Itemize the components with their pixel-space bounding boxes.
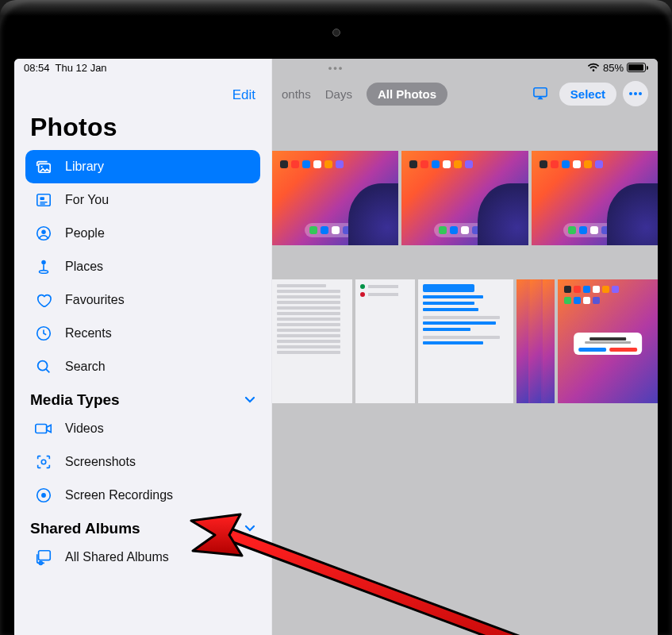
svg-point-19	[634, 92, 637, 95]
video-icon	[33, 421, 54, 436]
chevron-down-icon	[244, 394, 255, 406]
sidebar-item-label: Screenshots	[65, 455, 136, 469]
section-media-types[interactable]: Media Types	[30, 391, 255, 409]
sidebar-item-people[interactable]: People	[25, 217, 260, 250]
sidebar-item-videos[interactable]: Videos	[25, 412, 260, 445]
sidebar-item-label: Search	[65, 360, 106, 374]
status-date: Thu 12 Jan	[56, 62, 107, 74]
places-icon	[33, 258, 54, 275]
for-you-icon	[33, 192, 54, 208]
battery-pct: 85%	[603, 62, 624, 74]
section-shared-albums[interactable]: Shared Albums	[30, 520, 255, 537]
shared-albums-icon	[33, 548, 54, 566]
airplay-icon[interactable]	[528, 81, 553, 106]
photo-thumb[interactable]	[401, 151, 528, 245]
svg-point-20	[639, 92, 642, 95]
photo-thumb[interactable]	[418, 279, 513, 403]
section-label: Media Types	[30, 391, 120, 409]
svg-point-7	[40, 271, 48, 274]
seg-days[interactable]: Days	[325, 87, 352, 101]
sidebar-item-label: For You	[65, 193, 109, 207]
sidebar-item-for-you[interactable]: For You	[25, 183, 260, 217]
photo-grid-row2	[272, 279, 658, 403]
photo-thumb[interactable]	[272, 151, 398, 245]
svg-point-6	[41, 260, 46, 265]
search-icon	[33, 358, 54, 375]
photo-thumb[interactable]	[355, 279, 416, 403]
sidebar-item-label: Screen Recordings	[65, 488, 173, 502]
sidebar-item-label: Recents	[65, 326, 112, 341]
more-icon[interactable]	[623, 81, 648, 106]
svg-point-5	[41, 229, 46, 234]
svg-point-9	[38, 361, 48, 371]
multitask-dots-icon[interactable]: •••	[232, 62, 440, 74]
svg-point-11	[41, 460, 46, 464]
svg-point-18	[629, 92, 632, 95]
seg-all-photos[interactable]: All Photos	[367, 83, 447, 106]
main-content: onths Days All Photos Select	[272, 59, 658, 635]
screen: 08:54 Thu 12 Jan ••• 85% Edit Photos	[14, 59, 658, 635]
sidebar-item-label: All Shared Albums	[65, 550, 169, 564]
chevron-down-icon	[244, 522, 255, 535]
status-time: 08:54	[24, 62, 50, 74]
sidebar-title: Photos	[30, 113, 255, 142]
sidebar-item-label: People	[65, 226, 105, 241]
svg-point-1	[41, 166, 43, 167]
wifi-icon	[587, 63, 600, 72]
photo-thumb[interactable]	[532, 151, 658, 245]
sidebar-item-label: Videos	[65, 421, 104, 436]
seg-months[interactable]: onths	[282, 87, 311, 101]
toolbar: onths Days All Photos Select	[272, 81, 658, 106]
sidebar-item-screen-recordings[interactable]: Screen Recordings	[25, 479, 260, 512]
edit-button[interactable]: Edit	[232, 87, 255, 103]
svg-rect-17	[534, 88, 547, 97]
select-button[interactable]: Select	[559, 83, 616, 106]
svg-rect-14	[39, 551, 51, 560]
front-camera	[332, 29, 340, 37]
sidebar-item-library[interactable]: Library	[25, 150, 260, 183]
sidebar-item-label: Places	[65, 260, 103, 274]
section-label: Shared Albums	[30, 520, 140, 537]
library-icon	[33, 159, 54, 175]
sidebar-item-recents[interactable]: Recents	[25, 317, 260, 350]
sidebar-item-screenshots[interactable]: Screenshots	[25, 445, 260, 479]
view-segmented-control[interactable]: onths Days All Photos	[282, 83, 447, 106]
screenshot-icon	[33, 453, 54, 471]
sidebar-item-label: Favourites	[65, 293, 125, 307]
photo-thumb[interactable]	[272, 279, 352, 403]
heart-icon	[33, 292, 54, 308]
photo-grid	[272, 151, 658, 245]
photo-thumb[interactable]	[558, 279, 658, 403]
photo-thumb[interactable]	[516, 279, 555, 403]
sidebar-item-search[interactable]: Search	[25, 350, 260, 383]
svg-rect-3	[40, 197, 44, 200]
record-icon	[33, 487, 54, 504]
svg-rect-10	[36, 424, 47, 433]
sidebar-item-all-shared-albums[interactable]: All Shared Albums	[25, 541, 260, 574]
sidebar-item-favourites[interactable]: Favourites	[25, 283, 260, 317]
svg-point-13	[41, 493, 46, 498]
sidebar-item-label: Library	[65, 160, 104, 174]
status-bar: 08:54 Thu 12 Jan ••• 85%	[14, 59, 658, 76]
sidebar: Edit Photos Library For You	[14, 59, 272, 635]
ipad-bezel: 08:54 Thu 12 Jan ••• 85% Edit Photos	[0, 0, 672, 635]
clock-icon	[33, 325, 54, 342]
battery-icon	[627, 63, 648, 72]
sidebar-item-places[interactable]: Places	[25, 250, 260, 283]
people-icon	[33, 225, 54, 242]
